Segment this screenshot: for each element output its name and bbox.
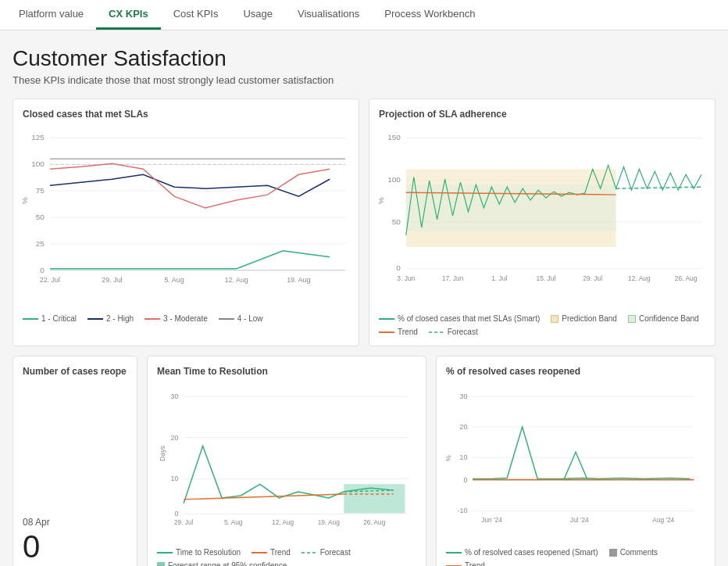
legend-critical: 1 - Critical — [23, 314, 77, 323]
bottom-charts-grid: Number of cases reope 08 Apr 0 Change: 0… — [12, 356, 716, 566]
tab-cost-kpis[interactable]: Cost KPIs — [161, 0, 231, 30]
legend-moderate-line — [145, 318, 160, 320]
legend-trend3: Trend — [446, 561, 485, 566]
chart4-title: Mean Time to Resolution — [157, 366, 416, 377]
svg-text:Aug '24: Aug '24 — [652, 516, 674, 524]
svg-text:19. Aug: 19. Aug — [318, 518, 341, 526]
svg-text:26. Aug: 26. Aug — [675, 274, 698, 282]
tab-visualisations[interactable]: Visualisations — [285, 0, 372, 30]
legend-prediction-band: Prediction Band — [551, 314, 617, 323]
page-title: Customer Satisfaction — [12, 46, 716, 71]
chart5-svg: 30 20 10 0 -10 % — [446, 383, 705, 539]
legend-prediction-box — [551, 315, 558, 323]
chart1-title: Closed cases that met SLAs — [23, 109, 349, 120]
svg-text:1. Jul: 1. Jul — [491, 274, 507, 282]
legend-trend2: Trend — [252, 548, 291, 557]
legend-resolved-reopened: % of resolved cases reopened (Smart) — [446, 548, 598, 557]
legend-comments-box — [609, 549, 617, 557]
chart2-svg: 150 100 50 0 % — [379, 126, 705, 306]
legend-time-resolution: Time to Resolution — [157, 548, 241, 557]
chart2-title: Projection of SLA adherence — [379, 109, 705, 120]
page-content: Customer Satisfaction These KPIs indicat… — [0, 30, 728, 566]
legend-forecast-range-box — [157, 562, 165, 567]
legend-high: 2 - High — [87, 314, 134, 323]
chart1-legend: 1 - Critical 2 - High 3 - Moderate 4 - L… — [23, 314, 349, 323]
chart-sla-projection: Projection of SLA adherence 150 100 50 0… — [369, 99, 716, 346]
svg-text:0: 0 — [40, 266, 45, 274]
legend-sla-line — [379, 318, 394, 320]
svg-text:Jul '24: Jul '24 — [570, 516, 589, 524]
legend-resolved-line — [446, 552, 462, 553]
svg-text:5. Aug: 5. Aug — [224, 518, 243, 526]
legend-trend: Trend — [379, 328, 418, 336]
legend-high-line — [87, 318, 103, 320]
svg-text:29. Jul: 29. Jul — [102, 276, 122, 284]
svg-text:17. Jun: 17. Jun — [442, 274, 464, 282]
svg-text:29. Jul: 29. Jul — [583, 274, 602, 282]
svg-line-49 — [184, 494, 344, 500]
svg-text:30: 30 — [171, 392, 179, 400]
chart5-legend: % of resolved cases reopened (Smart) Com… — [446, 548, 705, 566]
svg-text:0: 0 — [396, 263, 401, 272]
svg-text:%: % — [446, 455, 452, 461]
stat-inner: 08 Apr 0 Change: 0 (0.0%) — [23, 383, 127, 566]
svg-text:3. Jun: 3. Jun — [397, 274, 415, 282]
svg-text:0: 0 — [174, 510, 178, 518]
confidence-band — [406, 184, 616, 231]
legend-ttr-line — [157, 552, 173, 553]
svg-text:20: 20 — [460, 423, 468, 431]
tab-usage[interactable]: Usage — [230, 0, 285, 30]
top-charts-grid: Closed cases that met SLAs 125 100 75 50… — [12, 99, 716, 346]
legend-confidence-band: Confidence Band — [628, 314, 699, 323]
chart4-legend: Time to Resolution Trend Forecast Foreca… — [157, 548, 416, 566]
chart2-legend: % of closed cases that met SLAs (Smart) … — [379, 314, 705, 336]
legend-comments: Comments — [609, 548, 658, 557]
svg-text:30: 30 — [460, 392, 468, 400]
svg-text:50: 50 — [36, 213, 45, 221]
legend-forecast-dashed — [429, 329, 444, 335]
chart-cases-reopened-stat: Number of cases reope 08 Apr 0 Change: 0… — [12, 356, 137, 566]
legend-confidence-box — [628, 315, 636, 323]
svg-text:22. Jul: 22. Jul — [40, 276, 60, 284]
svg-text:25: 25 — [36, 239, 45, 248]
svg-text:0: 0 — [463, 476, 467, 484]
svg-text:100: 100 — [387, 175, 401, 184]
legend-forecast: Forecast — [429, 328, 478, 336]
page-subtitle: These KPIs indicate those that most stro… — [12, 74, 716, 86]
chart-resolved-reopened: % of resolved cases reopened 30 20 10 0 … — [436, 356, 716, 566]
svg-text:12. Aug: 12. Aug — [272, 518, 294, 526]
legend-trend2-line — [252, 552, 267, 553]
svg-text:75: 75 — [36, 186, 45, 195]
stat-date: 08 Apr — [23, 517, 127, 528]
svg-text:%: % — [23, 197, 29, 204]
svg-text:12. Aug: 12. Aug — [628, 274, 651, 282]
tab-cx-kpis[interactable]: CX KPIs — [96, 0, 161, 30]
svg-text:100: 100 — [31, 159, 45, 168]
legend-forecast2-svg — [302, 550, 317, 556]
svg-text:12. Aug: 12. Aug — [225, 276, 248, 284]
svg-text:50: 50 — [392, 217, 401, 226]
svg-text:10: 10 — [460, 453, 468, 461]
svg-text:-10: -10 — [458, 507, 468, 514]
svg-text:26. Aug: 26. Aug — [363, 518, 386, 526]
legend-low: 4 - Low — [219, 314, 263, 323]
svg-text:125: 125 — [31, 133, 45, 142]
legend-trend-line — [379, 331, 394, 333]
svg-text:20: 20 — [171, 434, 179, 442]
svg-text:Jun '24: Jun '24 — [481, 516, 502, 524]
chart5-title: % of resolved cases reopened — [446, 366, 705, 377]
tab-process-workbench[interactable]: Process Workbench — [372, 0, 487, 30]
legend-forecast-range: Forecast range at 95% confidence — [157, 561, 287, 566]
tab-platform-value[interactable]: Platform value — [6, 0, 96, 30]
stat-value: 0 — [23, 531, 127, 562]
svg-text:19. Aug: 19. Aug — [287, 276, 310, 284]
legend-low-line — [219, 318, 234, 320]
chart-closed-cases-sla: Closed cases that met SLAs 125 100 75 50… — [12, 99, 359, 346]
svg-text:15. Jul: 15. Jul — [537, 274, 556, 282]
chart-mean-time-resolution: Mean Time to Resolution 30 20 10 0 Days — [147, 356, 426, 566]
svg-text:%: % — [379, 197, 385, 204]
legend-moderate: 3 - Moderate — [145, 314, 208, 323]
svg-text:29. Jul: 29. Jul — [174, 518, 194, 526]
chart3-title: Number of cases reope — [23, 366, 127, 377]
svg-text:150: 150 — [387, 133, 401, 142]
